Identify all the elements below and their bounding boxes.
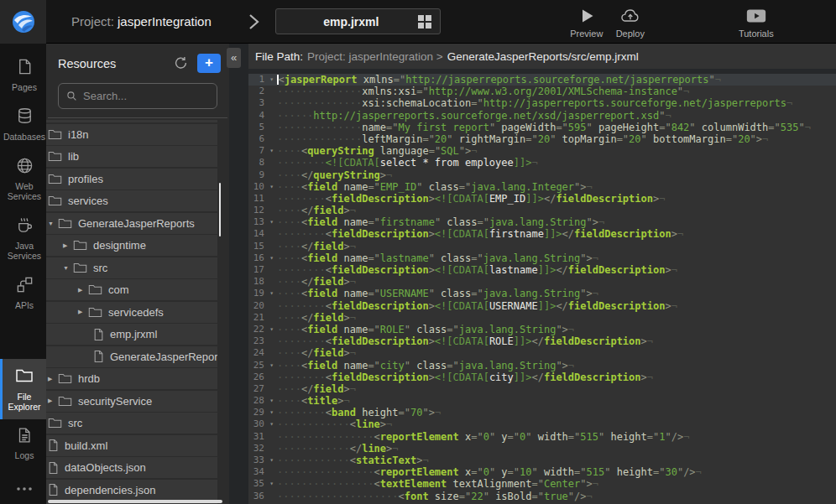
code-line-10[interactable]: 10▾····<field name="EMP_ID" class="java.… bbox=[248, 181, 836, 193]
code-line-30[interactable]: 30▾············<line>¬ bbox=[248, 418, 836, 430]
code-line-16[interactable]: 16▾····<field name="lastname" class="jav… bbox=[248, 252, 836, 264]
tree-item-securityservice[interactable]: ▶securityService bbox=[46, 391, 217, 412]
chevron-right-icon[interactable]: ▶ bbox=[48, 397, 58, 404]
sidebar-item-file-explorer[interactable]: File Explorer bbox=[0, 359, 46, 419]
code-text: ········<fieldDescription><![CDATA[ROLE]… bbox=[275, 335, 653, 347]
chevron-down-icon[interactable]: ▼ bbox=[48, 221, 58, 226]
tree-horizontal-scrollbar[interactable] bbox=[48, 500, 222, 503]
resource-search[interactable] bbox=[58, 83, 217, 109]
open-file-tab[interactable]: emp.jrxml bbox=[275, 8, 441, 34]
tab-grid-icon[interactable] bbox=[418, 15, 431, 29]
tree-item-designtime[interactable]: ▶designtime bbox=[46, 235, 217, 256]
code-line-28[interactable]: 28▾····<title>¬ bbox=[248, 395, 836, 407]
code-line-12[interactable]: 12····</field>¬ bbox=[248, 205, 836, 216]
code-line-27[interactable]: 27····</field>¬ bbox=[248, 383, 836, 395]
tree-item-src[interactable]: ▼src bbox=[46, 257, 217, 278]
code-line-19[interactable]: 19▾····<field name="USERNAME" class="jav… bbox=[248, 288, 836, 299]
tree-item-hrdb[interactable]: ▶hrdb bbox=[46, 368, 217, 389]
tutorials-button[interactable]: Tutorials bbox=[734, 6, 778, 39]
sidebar-item-java-services[interactable]: Java Services bbox=[0, 209, 46, 268]
fold-arrow-icon[interactable]: ▾ bbox=[269, 74, 274, 86]
code-line-34[interactable]: 34················<reportElement x="0" y… bbox=[248, 466, 836, 478]
code-line-11[interactable]: 11········<fieldDescription><![CDATA[EMP… bbox=[248, 193, 836, 205]
fold-arrow-icon[interactable]: ▾ bbox=[269, 216, 274, 228]
fold-arrow-icon[interactable]: ▾ bbox=[269, 360, 274, 372]
tree-item-servicedefs[interactable]: ▶servicedefs bbox=[46, 302, 217, 323]
code-line-18[interactable]: 18····</field>¬ bbox=[248, 276, 836, 288]
deploy-button[interactable]: Deploy bbox=[609, 6, 652, 39]
tree-item-services[interactable]: services bbox=[46, 190, 217, 211]
code-line-14[interactable]: 14········<fieldDescription><![CDATA[fir… bbox=[248, 228, 836, 240]
line-number: 21 bbox=[248, 312, 275, 324]
sidebar-item-logs[interactable]: Logs bbox=[0, 419, 46, 468]
code-line-20[interactable]: 20········<fieldDescription><![CDATA[USE… bbox=[248, 300, 836, 312]
tree-item-i18n[interactable]: i18n bbox=[46, 124, 217, 145]
add-resource-button[interactable]: + bbox=[197, 54, 221, 73]
tree-item-generatejasperreports-s[interactable]: GenerateJasperReports.s bbox=[46, 346, 217, 367]
fold-arrow-icon[interactable]: ▾ bbox=[269, 288, 274, 299]
code-line-31[interactable]: 31················<reportElement x="0" y… bbox=[248, 431, 836, 443]
chevron-right-icon[interactable]: ▶ bbox=[78, 309, 88, 315]
code-line-32[interactable]: 32············</line>¬ bbox=[248, 443, 836, 455]
tree-item-emp-jrxml[interactable]: emp.jrxml bbox=[46, 324, 217, 345]
code-line-2[interactable]: 2··············xmlns:xsi="http://www.w3.… bbox=[248, 86, 836, 97]
code-line-8[interactable]: 8········<![CDATA[select * from employee… bbox=[248, 157, 836, 169]
code-editor[interactable]: 1▾<jasperReport xmlns="http://jasperrepo… bbox=[248, 74, 836, 504]
tree-item-dataobjects-json[interactable]: dataObjects.json bbox=[46, 457, 217, 478]
tree-item-generatejasperreports[interactable]: ▼GenerateJasperReports bbox=[46, 213, 217, 234]
code-line-3[interactable]: 3··············xsi:schemaLocation="http:… bbox=[248, 97, 836, 109]
code-line-9[interactable]: 9····</queryString>¬ bbox=[248, 169, 836, 181]
fold-arrow-icon[interactable]: ▾ bbox=[269, 181, 274, 193]
code-line-17[interactable]: 17········<fieldDescription><![CDATA[las… bbox=[248, 264, 836, 276]
tree-item-lib[interactable]: lib bbox=[46, 146, 217, 167]
code-text: ····<field name="ROLE" class="java.lang.… bbox=[275, 324, 574, 335]
code-line-35[interactable]: 35▾················<textElement textAlig… bbox=[248, 478, 836, 490]
code-line-4[interactable]: 4······http://jasperreports.sourceforge.… bbox=[248, 110, 836, 122]
tree-vertical-scrollbar[interactable] bbox=[219, 183, 221, 236]
code-line-22[interactable]: 22▾····<field name="ROLE" class="java.la… bbox=[248, 324, 836, 335]
code-line-36[interactable]: 36····················<font size="22" is… bbox=[248, 491, 836, 502]
tree-item-com[interactable]: ▶com bbox=[46, 279, 217, 300]
code-line-33[interactable]: 33▾············<staticText>¬ bbox=[248, 455, 836, 466]
sidebar-item-more[interactable] bbox=[0, 468, 46, 504]
sidebar-item-databases[interactable]: Databases bbox=[0, 100, 46, 149]
fold-arrow-icon[interactable]: ▾ bbox=[269, 145, 274, 157]
tree-item-src[interactable]: src bbox=[46, 413, 217, 434]
chevron-right-icon[interactable]: ▶ bbox=[63, 242, 73, 249]
code-line-23[interactable]: 23········<fieldDescription><![CDATA[ROL… bbox=[248, 335, 836, 347]
fold-arrow-icon[interactable]: ▾ bbox=[269, 407, 274, 418]
tree-item-profiles[interactable]: profiles bbox=[46, 169, 217, 190]
code-line-13[interactable]: 13▾····<field name="firstname" class="ja… bbox=[248, 216, 836, 228]
tree-item-dependencies-json[interactable]: dependencies.json bbox=[46, 480, 217, 501]
wavemaker-logo[interactable] bbox=[0, 0, 46, 44]
tree-item-build-xml[interactable]: build.xml bbox=[46, 435, 217, 456]
refresh-button[interactable] bbox=[173, 55, 189, 71]
code-line-29[interactable]: 29▾········<band height="70">¬ bbox=[248, 407, 836, 418]
chevron-right-icon[interactable]: ▶ bbox=[78, 287, 88, 294]
search-input[interactable] bbox=[83, 90, 209, 102]
fold-arrow-icon[interactable]: ▾ bbox=[269, 478, 274, 490]
code-line-7[interactable]: 7▾····<queryString language="SQL">¬ bbox=[248, 145, 836, 157]
fold-arrow-icon[interactable]: ▾ bbox=[269, 418, 274, 430]
sidebar-item-pages[interactable]: Pages bbox=[0, 50, 46, 100]
sidebar-item-apis[interactable]: APIs bbox=[0, 268, 46, 318]
code-line-6[interactable]: 6··············leftMargin="20" rightMarg… bbox=[248, 133, 836, 145]
collapse-panel-button[interactable]: « bbox=[227, 48, 241, 68]
code-line-1[interactable]: 1▾<jasperReport xmlns="http://jasperrepo… bbox=[248, 74, 836, 86]
code-line-25[interactable]: 25▾····<field name="city" class="java.la… bbox=[248, 360, 836, 372]
code-text: <jasperReport xmlns="http://jasperreport… bbox=[275, 74, 721, 86]
preview-button[interactable]: Preview bbox=[565, 6, 609, 39]
folder-icon bbox=[48, 417, 62, 429]
fold-arrow-icon[interactable]: ▾ bbox=[269, 395, 274, 407]
chevron-right-icon[interactable]: ▶ bbox=[48, 376, 58, 382]
sidebar-item-web-services[interactable]: Web Services bbox=[0, 149, 46, 209]
fold-arrow-icon[interactable]: ▾ bbox=[269, 252, 274, 264]
code-line-15[interactable]: 15····</field>¬ bbox=[248, 241, 836, 252]
code-line-26[interactable]: 26········<fieldDescription><![CDATA[cit… bbox=[248, 372, 836, 383]
code-line-24[interactable]: 24····</field>¬ bbox=[248, 347, 836, 359]
code-line-21[interactable]: 21····</field>¬ bbox=[248, 312, 836, 324]
fold-arrow-icon[interactable]: ▾ bbox=[269, 455, 274, 466]
fold-arrow-icon[interactable]: ▾ bbox=[269, 324, 274, 335]
chevron-down-icon[interactable]: ▼ bbox=[63, 265, 73, 271]
code-line-5[interactable]: 5··············name="My first report" pa… bbox=[248, 122, 836, 133]
